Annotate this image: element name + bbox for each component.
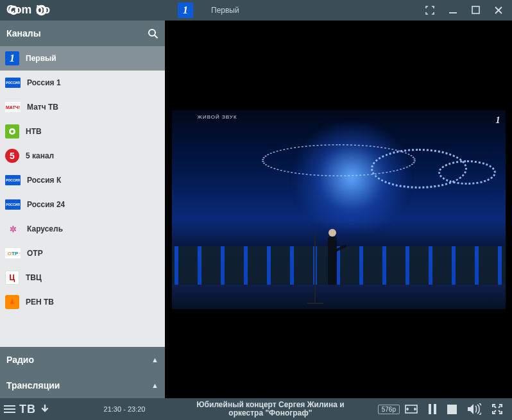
channel-item-otr[interactable]: OTP ОТР: [0, 241, 165, 265]
resolution-badge[interactable]: 576p: [378, 405, 400, 414]
program-title-line2: оркестра "Фонограф": [166, 409, 375, 417]
fullscreen-icon[interactable]: [491, 403, 503, 415]
section-header-streams[interactable]: Трансляции ▲: [0, 373, 165, 398]
channel-label: РЕН ТВ: [26, 298, 54, 307]
channel-icon: [5, 124, 19, 139]
minimize-button[interactable]: [448, 6, 457, 15]
channel-label: Карусель: [27, 224, 63, 233]
channel-label: Россия 24: [27, 200, 65, 209]
channel-icon: Ц: [5, 271, 19, 285]
program-title: Юбилейный концерт Сергея Жилина и оркест…: [163, 401, 378, 417]
aspect-ratio-icon[interactable]: [405, 405, 418, 414]
download-icon[interactable]: [40, 404, 50, 414]
channel-item-rossiya1[interactable]: РОССИЯ Россия 1: [0, 71, 165, 95]
section-header-channels[interactable]: Каналы: [0, 21, 165, 46]
live-watermark: ЖИВОЙ ЗВУК: [198, 114, 237, 120]
section-streams-label: Трансляции: [6, 380, 60, 391]
channel-icon: МАТЧ!: [5, 102, 21, 112]
sidebar: Каналы 1 Первый РОССИЯ Россия 1 МАТЧ! Ма…: [0, 21, 165, 398]
channel-item-perviy[interactable]: 1 Первый: [0, 46, 165, 71]
window-controls: [416, 6, 512, 15]
menu-icon[interactable]: [4, 405, 15, 413]
svg-line-9: [155, 35, 158, 38]
channel-label: ОТР: [27, 249, 43, 258]
channel-item-karusel[interactable]: ✲ Карусель: [0, 217, 165, 241]
channel-icon: РОССИЯ: [5, 175, 21, 185]
channel-label: 5 канал: [26, 151, 54, 160]
svg-rect-14: [434, 404, 436, 414]
channel-label: Первый: [26, 54, 56, 63]
volume-icon[interactable]: [467, 403, 481, 415]
channel-item-rossiya24[interactable]: РОССИЯ Россия 24: [0, 192, 165, 217]
section-channels-label: Каналы: [6, 28, 41, 38]
channel-label: Россия К: [27, 176, 61, 185]
channel-watermark-icon: 1: [496, 114, 500, 126]
channel-item-5kanal[interactable]: 5 5 канал: [0, 144, 165, 168]
maximize-button[interactable]: [472, 6, 480, 15]
channel-icon: РОССИЯ: [5, 199, 21, 210]
stop-button[interactable]: [447, 405, 457, 414]
player-control-bar: ТВ 21:30 - 23:20 Юбилейный концерт Серге…: [0, 398, 512, 420]
fullscreen-corners-icon[interactable]: [425, 6, 434, 15]
titlebar-channel-icon: 1: [178, 3, 193, 18]
channel-label: Матч ТВ: [27, 103, 58, 112]
svg-rect-5: [472, 6, 479, 13]
mode-label[interactable]: ТВ: [19, 403, 36, 416]
channel-item-rentv[interactable]: РЕН ТВ: [0, 290, 165, 314]
search-icon[interactable]: [148, 28, 158, 39]
channel-icon: OTP: [5, 248, 21, 258]
program-time: 21:30 - 23:20: [86, 405, 163, 413]
channel-item-tvc[interactable]: Ц ТВЦ: [0, 265, 165, 290]
chevron-up-icon: ▲: [151, 356, 158, 364]
chevron-up-icon: ▲: [151, 382, 158, 389]
channel-label: НТВ: [26, 127, 42, 136]
channel-icon: РОССИЯ: [5, 78, 21, 88]
svg-rect-13: [429, 404, 431, 414]
channel-icon: ✲: [5, 224, 21, 234]
channel-icon: 5: [5, 149, 19, 163]
section-header-radio[interactable]: Радио ▲: [0, 347, 165, 373]
channel-label: Россия 1: [27, 78, 61, 87]
titlebar-channel-name: Первый: [211, 6, 239, 15]
svg-rect-15: [447, 405, 457, 414]
svg-point-8: [149, 29, 155, 36]
channel-icon: [5, 295, 19, 309]
section-radio-label: Радио: [6, 355, 34, 365]
titlebar: Com bo 1 Первый: [0, 0, 512, 21]
channel-item-rossiyak[interactable]: РОССИЯ Россия К: [0, 168, 165, 192]
svg-point-11: [11, 130, 14, 133]
pause-button[interactable]: [428, 404, 437, 414]
app-logo: Com bo: [0, 4, 71, 17]
channel-label: ТВЦ: [26, 273, 42, 282]
video-frame: ЖИВОЙ ЗВУК 1: [172, 110, 506, 309]
channel-item-ntv[interactable]: НТВ: [0, 119, 165, 144]
channels-list: 1 Первый РОССИЯ Россия 1 МАТЧ! Матч ТВ Н…: [0, 46, 165, 347]
channel-item-match[interactable]: МАТЧ! Матч ТВ: [0, 95, 165, 119]
video-player-area[interactable]: ЖИВОЙ ЗВУК 1: [165, 21, 512, 398]
close-button[interactable]: [494, 6, 503, 15]
channel-icon: 1: [5, 51, 19, 65]
